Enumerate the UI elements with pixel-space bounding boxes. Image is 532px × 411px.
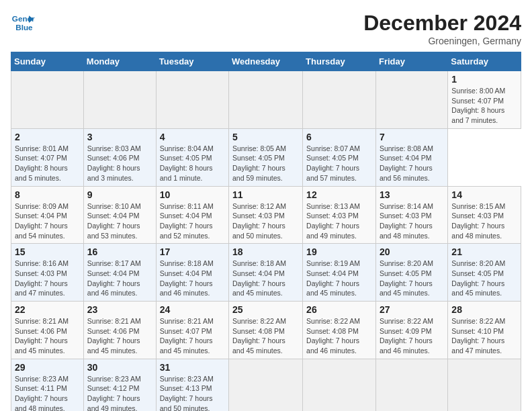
- col-saturday: Saturday: [448, 52, 521, 71]
- day-detail: Sunrise: 8:01 AMSunset: 4:07 PMDaylight:…: [15, 144, 80, 183]
- day-cell-14: 14Sunrise: 8:15 AMSunset: 4:03 PMDayligh…: [448, 186, 521, 244]
- day-cell-13: 13Sunrise: 8:14 AMSunset: 4:03 PMDayligh…: [375, 186, 447, 244]
- page-header: General Blue December 2024 Groeningen, G…: [11, 11, 521, 46]
- day-detail: Sunrise: 8:20 AMSunset: 4:05 PMDaylight:…: [451, 259, 517, 298]
- day-detail: Sunrise: 8:22 AMSunset: 4:08 PMDaylight:…: [306, 316, 372, 356]
- day-cell-30: 30Sunrise: 8:23 AMSunset: 4:12 PMDayligh…: [83, 359, 156, 411]
- day-detail: Sunrise: 8:00 AMSunset: 4:07 PMDaylight:…: [451, 86, 517, 126]
- empty-cell-w0-0: [11, 71, 84, 129]
- day-cell-20: 20Sunrise: 8:20 AMSunset: 4:05 PMDayligh…: [375, 244, 447, 302]
- empty-cell-w0-3: [229, 71, 303, 129]
- day-cell-8: 8Sunrise: 8:09 AMSunset: 4:04 PMDaylight…: [11, 186, 84, 244]
- day-cell-29: 29Sunrise: 8:23 AMSunset: 4:11 PMDayligh…: [11, 359, 84, 411]
- empty-cell-w0-1: [83, 71, 156, 129]
- day-number: 1: [451, 74, 517, 85]
- day-number: 12: [306, 189, 372, 200]
- day-number: 16: [87, 246, 152, 257]
- day-detail: Sunrise: 8:03 AMSunset: 4:06 PMDaylight:…: [87, 144, 152, 183]
- day-detail: Sunrise: 8:04 AMSunset: 4:05 PMDaylight:…: [160, 144, 225, 183]
- title-block: December 2024 Groeningen, Germany: [363, 11, 521, 46]
- day-number: 30: [87, 362, 152, 373]
- day-cell-12: 12Sunrise: 8:13 AMSunset: 4:03 PMDayligh…: [303, 186, 376, 244]
- day-detail: Sunrise: 8:22 AMSunset: 4:10 PMDaylight:…: [451, 316, 517, 356]
- day-number: 22: [15, 304, 80, 315]
- col-tuesday: Tuesday: [156, 52, 228, 71]
- day-cell-22: 22Sunrise: 8:21 AMSunset: 4:06 PMDayligh…: [11, 302, 84, 359]
- day-detail: Sunrise: 8:15 AMSunset: 4:03 PMDaylight:…: [451, 201, 517, 241]
- day-detail: Sunrise: 8:12 AMSunset: 4:03 PMDaylight:…: [232, 201, 299, 241]
- day-number: 19: [306, 246, 372, 257]
- col-sunday: Sunday: [11, 52, 84, 71]
- day-number: 14: [451, 189, 517, 200]
- logo-icon: General Blue: [11, 11, 35, 35]
- svg-text:Blue: Blue: [15, 23, 33, 32]
- day-detail: Sunrise: 8:22 AMSunset: 4:09 PMDaylight:…: [380, 316, 444, 356]
- day-detail: Sunrise: 8:23 AMSunset: 4:12 PMDaylight:…: [87, 374, 152, 411]
- col-thursday: Thursday: [303, 52, 376, 71]
- day-detail: Sunrise: 8:05 AMSunset: 4:05 PMDaylight:…: [232, 144, 299, 183]
- day-cell-28: 28Sunrise: 8:22 AMSunset: 4:10 PMDayligh…: [448, 302, 521, 359]
- day-cell-19: 19Sunrise: 8:19 AMSunset: 4:04 PMDayligh…: [303, 244, 376, 302]
- day-cell-11: 11Sunrise: 8:12 AMSunset: 4:03 PMDayligh…: [229, 186, 303, 244]
- day-detail: Sunrise: 8:13 AMSunset: 4:03 PMDaylight:…: [306, 201, 372, 241]
- calendar-subtitle: Groeningen, Germany: [363, 36, 521, 46]
- empty-cell-w5-4: [303, 359, 376, 411]
- day-detail: Sunrise: 8:17 AMSunset: 4:04 PMDaylight:…: [87, 259, 152, 298]
- day-number: 25: [232, 304, 299, 315]
- calendar-header-row: Sunday Monday Tuesday Wednesday Thursday…: [11, 52, 521, 71]
- day-cell-1: 1Sunrise: 8:00 AMSunset: 4:07 PMDaylight…: [448, 71, 521, 129]
- empty-cell-w0-2: [156, 71, 228, 129]
- day-number: 18: [232, 246, 299, 257]
- day-detail: Sunrise: 8:23 AMSunset: 4:13 PMDaylight:…: [160, 374, 225, 411]
- day-cell-2: 2Sunrise: 8:01 AMSunset: 4:07 PMDaylight…: [11, 128, 84, 186]
- day-cell-5: 5Sunrise: 8:05 AMSunset: 4:05 PMDaylight…: [229, 128, 303, 186]
- day-detail: Sunrise: 8:08 AMSunset: 4:04 PMDaylight:…: [380, 144, 444, 183]
- day-cell-18: 18Sunrise: 8:18 AMSunset: 4:04 PMDayligh…: [229, 244, 303, 302]
- day-cell-9: 9Sunrise: 8:10 AMSunset: 4:04 PMDaylight…: [83, 186, 156, 244]
- day-cell-15: 15Sunrise: 8:16 AMSunset: 4:03 PMDayligh…: [11, 244, 84, 302]
- week-row-4: 22Sunrise: 8:21 AMSunset: 4:06 PMDayligh…: [11, 302, 521, 359]
- day-number: 7: [380, 132, 444, 142]
- day-number: 13: [380, 189, 444, 200]
- day-cell-7: 7Sunrise: 8:08 AMSunset: 4:04 PMDaylight…: [375, 128, 447, 186]
- day-number: 23: [87, 304, 152, 315]
- day-number: 4: [160, 132, 225, 142]
- col-wednesday: Wednesday: [229, 52, 303, 71]
- day-number: 20: [380, 246, 444, 257]
- day-detail: Sunrise: 8:10 AMSunset: 4:04 PMDaylight:…: [87, 201, 152, 241]
- empty-cell-w5-5: [375, 359, 447, 411]
- day-detail: Sunrise: 8:23 AMSunset: 4:11 PMDaylight:…: [15, 374, 80, 411]
- day-detail: Sunrise: 8:21 AMSunset: 4:07 PMDaylight:…: [160, 316, 225, 356]
- day-detail: Sunrise: 8:18 AMSunset: 4:04 PMDaylight:…: [232, 259, 299, 298]
- day-detail: Sunrise: 8:21 AMSunset: 4:06 PMDaylight:…: [87, 316, 152, 356]
- day-cell-16: 16Sunrise: 8:17 AMSunset: 4:04 PMDayligh…: [83, 244, 156, 302]
- day-number: 26: [306, 304, 372, 315]
- empty-cell-w5-3: [229, 359, 303, 411]
- day-detail: Sunrise: 8:07 AMSunset: 4:05 PMDaylight:…: [306, 144, 372, 183]
- week-row-3: 15Sunrise: 8:16 AMSunset: 4:03 PMDayligh…: [11, 244, 521, 302]
- day-detail: Sunrise: 8:14 AMSunset: 4:03 PMDaylight:…: [380, 201, 444, 241]
- empty-cell-w0-4: [303, 71, 376, 129]
- day-number: 5: [232, 132, 299, 142]
- day-number: 31: [160, 362, 225, 373]
- day-detail: Sunrise: 8:21 AMSunset: 4:06 PMDaylight:…: [15, 316, 80, 356]
- calendar-title: December 2024: [363, 11, 521, 36]
- day-number: 17: [160, 246, 225, 257]
- day-number: 24: [160, 304, 225, 315]
- day-number: 29: [15, 362, 80, 373]
- col-monday: Monday: [83, 52, 156, 71]
- empty-cell-w5-6: [448, 359, 521, 411]
- day-number: 15: [15, 246, 80, 257]
- day-number: 27: [380, 304, 444, 315]
- day-detail: Sunrise: 8:11 AMSunset: 4:04 PMDaylight:…: [160, 201, 225, 241]
- day-detail: Sunrise: 8:19 AMSunset: 4:04 PMDaylight:…: [306, 259, 372, 298]
- empty-cell-w0-5: [375, 71, 447, 129]
- day-detail: Sunrise: 8:09 AMSunset: 4:04 PMDaylight:…: [15, 201, 80, 241]
- day-detail: Sunrise: 8:16 AMSunset: 4:03 PMDaylight:…: [15, 259, 80, 298]
- day-cell-3: 3Sunrise: 8:03 AMSunset: 4:06 PMDaylight…: [83, 128, 156, 186]
- day-number: 9: [87, 189, 152, 200]
- week-row-2: 8Sunrise: 8:09 AMSunset: 4:04 PMDaylight…: [11, 186, 521, 244]
- col-friday: Friday: [375, 52, 447, 71]
- day-cell-26: 26Sunrise: 8:22 AMSunset: 4:08 PMDayligh…: [303, 302, 376, 359]
- day-cell-6: 6Sunrise: 8:07 AMSunset: 4:05 PMDaylight…: [303, 128, 376, 186]
